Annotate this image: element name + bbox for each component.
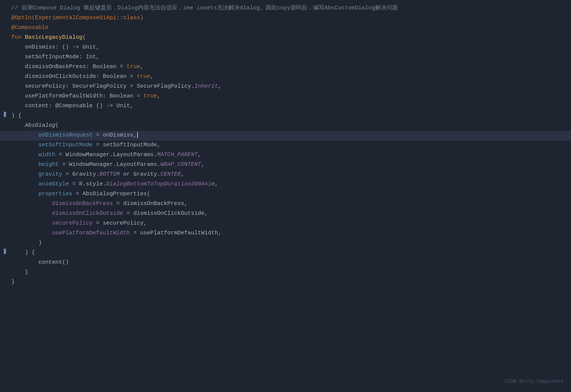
line-content: usePlatformDefaultWidth: Boolean = true, xyxy=(11,92,563,101)
line-content: ) { xyxy=(11,111,563,120)
param-token: usePlatformDefaultWidth xyxy=(25,93,103,99)
paren-token: ( xyxy=(82,34,86,41)
white-token: or Gravity. xyxy=(120,171,160,178)
white-token: = R.style. xyxy=(69,181,106,187)
colon-token: : () -> Unit, xyxy=(55,44,99,50)
white-token: = securePolicy, xyxy=(93,220,147,226)
line-content: gravity = Gravity.BOTTOM or Gravity.CENT… xyxy=(11,170,563,179)
white-token: = WindowManager.LayoutParams. xyxy=(55,152,157,158)
colon-token: , xyxy=(157,93,160,99)
code-line: content() xyxy=(0,258,571,268)
code-line: usePlatformDefaultWidth = usePlatformDef… xyxy=(0,229,571,239)
colon-token: , xyxy=(150,73,154,80)
code-line: onDismissRequest = onDismiss, xyxy=(0,131,571,141)
code-line: setSoftInputMode: Int, xyxy=(0,53,571,62)
keyword-token: fun xyxy=(11,34,25,41)
code-line: } xyxy=(0,278,571,287)
gutter xyxy=(4,249,6,254)
comment-token: // 自测Compose Dialog 唤起键盘后，Dialog内容无法自适应，… xyxy=(11,5,398,11)
line-content: usePlatformDefaultWidth = usePlatformDef… xyxy=(11,229,563,238)
code-line: width = WindowManager.LayoutParams.MATCH… xyxy=(0,150,571,160)
code-editor: // 自测Compose Dialog 唤起键盘后，Dialog内容无法自适应，… xyxy=(0,0,571,392)
named-param-token: width xyxy=(38,152,55,158)
white-token: = usePlatformDefaultWidth, xyxy=(130,230,221,236)
param-token: dismissOnBackPress xyxy=(25,64,86,70)
annotation-token: @OptIn(ExperimentalComposeUiApi::class) xyxy=(11,15,144,21)
brace-token: } xyxy=(25,269,28,275)
named-param2-token: securePolicy xyxy=(52,220,93,226)
white-token: , xyxy=(215,181,218,187)
white-token: = AbsDialogProperties( xyxy=(72,191,150,197)
param-token: dismissOnClickOutside xyxy=(25,73,96,80)
function-call-token: content xyxy=(38,259,62,266)
line-content: AbsDialog( xyxy=(11,121,563,130)
white-token: = onDismiss xyxy=(93,132,133,138)
line-content: content() xyxy=(11,258,563,267)
colon-token: : Int, xyxy=(79,54,99,60)
named-param-token: setSoftInputMode xyxy=(38,142,93,148)
line-content: dismissOnClickOutside: Boolean = true, xyxy=(11,72,563,81)
line-content: securePolicy = securePolicy, xyxy=(11,219,563,228)
italic-token: Inherit xyxy=(194,83,218,90)
line-content: setSoftInputMode: Int, xyxy=(11,53,563,62)
italic-token: CENTER xyxy=(160,171,181,178)
code-line: dismissOnClickOutside = dismissOnClickOu… xyxy=(0,209,571,219)
line-content: // 自测Compose Dialog 唤起键盘后，Dialog内容无法自适应，… xyxy=(11,4,563,13)
italic-token: BOTTOM xyxy=(99,171,120,178)
code-line: gravity = Gravity.BOTTOM or Gravity.CENT… xyxy=(0,170,571,180)
paren-token: ) { xyxy=(11,112,21,119)
italic-token: MATCH_PARENT xyxy=(157,152,198,158)
paren-token: ) xyxy=(38,240,42,246)
white-token: , xyxy=(198,152,201,158)
named-param-token: properties xyxy=(38,191,72,197)
code-line: setSoftInputMode = setSoftInputMode, xyxy=(0,141,571,150)
bool-token: true xyxy=(127,64,140,70)
param-token: content xyxy=(25,103,49,109)
white-token: , xyxy=(133,132,137,138)
function-token: BasicLegacyDialog xyxy=(25,34,82,41)
line-content: properties = AbsDialogProperties( xyxy=(11,190,563,199)
code-line: usePlatformDefaultWidth: Boolean = true, xyxy=(0,92,571,102)
white-token: = dismissOnBackPress, xyxy=(113,201,188,207)
code-line: securePolicy: SecureFlagPolicy = SecureF… xyxy=(0,82,571,92)
white-token: = setSoftInputMode, xyxy=(93,142,160,148)
code-line: dismissOnBackPress: Boolean = true, xyxy=(0,62,571,72)
line-content: } xyxy=(11,268,563,277)
italic-token: DialogBottomToTopDuration200Anim xyxy=(106,181,215,187)
param-token: setSoftInputMode xyxy=(25,54,79,60)
named-param-token: height xyxy=(38,161,59,168)
line-content: onDismiss: () -> Unit, xyxy=(11,43,563,52)
code-line: dismissOnClickOutside: Boolean = true, xyxy=(0,72,571,82)
named-param2-token: usePlatformDefaultWidth xyxy=(52,230,130,236)
text-cursor xyxy=(137,132,138,138)
line-content: ) xyxy=(11,239,563,248)
line-content: ) { xyxy=(11,248,563,257)
line-content: } xyxy=(11,278,563,287)
named-param2-token: dismissOnBackPress xyxy=(52,201,113,207)
bool-token: true xyxy=(144,93,157,99)
named-param-token: onDismissRequest xyxy=(38,132,93,138)
colon-token: : @Composable () -> Unit, xyxy=(49,103,133,109)
code-line: securePolicy = securePolicy, xyxy=(0,219,571,229)
code-line: @Composable xyxy=(0,23,571,33)
code-line: ) { xyxy=(0,111,571,121)
paren-token: ( xyxy=(55,122,59,129)
line-content: content: @Composable () -> Unit, xyxy=(11,102,563,111)
line-content: dismissOnClickOutside = dismissOnClickOu… xyxy=(11,209,563,218)
line-content: animStyle = R.style.DialogBottomToTopDur… xyxy=(11,180,563,189)
colon-token: : Boolean = xyxy=(103,93,144,99)
bool-token: true xyxy=(137,73,150,80)
param-token: onDismiss xyxy=(25,44,55,50)
code-line: ) xyxy=(0,239,571,248)
line-content: height = WindowManager.LayoutParams.WRAP… xyxy=(11,160,563,169)
line-content: @Composable xyxy=(11,23,563,32)
italic-func-token: AbsDialog xyxy=(25,122,55,129)
code-line: } xyxy=(0,268,571,278)
code-line: animStyle = R.style.DialogBottomToTopDur… xyxy=(0,180,571,190)
colon-token: , xyxy=(218,83,221,90)
line-content: dismissOnBackPress = dismissOnBackPress, xyxy=(11,199,563,208)
gutter xyxy=(4,112,6,117)
named-param2-token: dismissOnClickOutside xyxy=(52,210,123,217)
named-param-token: animStyle xyxy=(38,181,69,187)
param-token: securePolicy xyxy=(25,83,66,90)
